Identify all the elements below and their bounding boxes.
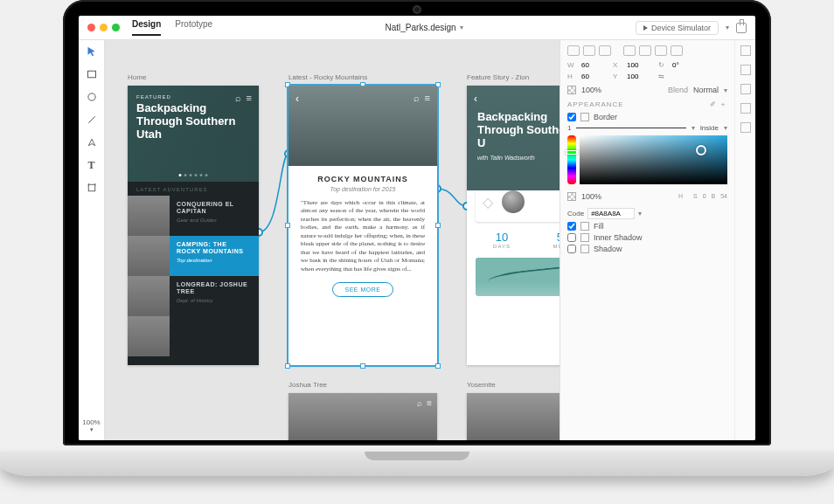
share-icon[interactable] <box>736 23 747 33</box>
menu-icon: ≡ <box>427 398 432 408</box>
text-tool[interactable]: T <box>86 159 98 171</box>
hero-section: ⌕ ≡ FEATURED Backpacking Through Souther… <box>128 86 259 182</box>
artboard-joshua[interactable]: Joshua Tree ⌕≡ <box>288 393 437 440</box>
align-right-icon[interactable] <box>599 45 611 56</box>
border-checkbox[interactable] <box>567 113 576 121</box>
shadow-checkbox[interactable] <box>567 245 576 253</box>
tab-design[interactable]: Design <box>132 19 161 36</box>
artboard-yosemite[interactable]: Yosemite ⌕≡ <box>467 393 559 440</box>
select-tool[interactable] <box>86 45 98 58</box>
window-controls <box>87 24 120 31</box>
chevron-down-icon[interactable]: ▾ <box>724 124 727 132</box>
saturation-value-plane[interactable] <box>580 135 727 184</box>
avatar <box>500 189 526 215</box>
appearance-header: APPEARANCE <box>567 100 624 108</box>
maximize-window-button[interactable] <box>112 24 120 31</box>
artboard-feature[interactable]: Feature Story - Zion ‹ ⌕ ≡ Backpacking T… <box>467 86 559 365</box>
inner-shadow-checkbox[interactable] <box>567 233 576 242</box>
color-picker[interactable] <box>567 135 727 184</box>
align-bottom-icon[interactable] <box>655 45 667 56</box>
align-left-icon[interactable] <box>567 45 580 56</box>
rectangle-tool[interactable] <box>86 68 98 80</box>
color-code-input[interactable] <box>587 208 635 219</box>
tab-prototype[interactable]: Prototype <box>175 19 212 36</box>
chevron-down-icon[interactable]: ▾ <box>692 124 695 132</box>
zoom-indicator[interactable]: 100% ▾ <box>82 418 100 433</box>
stat-value: 54 <box>537 231 559 244</box>
feature-hero: ‹ ⌕ ≡ Backpacking Through Southern U wit… <box>467 86 559 190</box>
width-input[interactable] <box>581 61 608 69</box>
x-input[interactable] <box>627 61 653 69</box>
y-input[interactable] <box>627 72 653 80</box>
opacity-value[interactable]: 100% <box>581 86 601 94</box>
chevron-down-icon[interactable]: ▾ <box>726 24 729 31</box>
height-input[interactable] <box>581 72 608 80</box>
stroke-width-input[interactable]: 1 <box>567 124 571 132</box>
chevron-down-icon: ▾ <box>82 426 100 433</box>
panel-icon[interactable] <box>740 65 751 75</box>
flip-icon[interactable]: ⇋ <box>658 72 667 80</box>
document-title[interactable]: Natl_Parks.design ▾ <box>385 23 462 32</box>
minimize-window-button[interactable] <box>100 24 108 31</box>
resize-handle[interactable] <box>285 223 290 228</box>
rotate-input[interactable] <box>672 61 698 69</box>
list-item[interactable] <box>128 316 259 356</box>
alpha-value[interactable]: 100% <box>581 192 601 201</box>
align-middle-icon[interactable] <box>639 45 651 56</box>
border-swatch[interactable] <box>580 113 589 121</box>
s-value[interactable]: 0 <box>703 193 706 199</box>
ellipse-tool[interactable] <box>86 91 98 103</box>
add-icon[interactable]: ＋ <box>719 100 727 108</box>
panel-icon[interactable] <box>740 84 751 94</box>
item-title: CONQUERING EL CAPITAN <box>177 201 252 216</box>
list-item[interactable]: CONQUERING EL CAPITANGear and Guides <box>128 196 259 236</box>
close-window-button[interactable] <box>87 24 95 31</box>
item-sub: Top destination <box>177 258 252 263</box>
menu-icon: ≡ <box>425 93 430 103</box>
featured-tag: FEATURED <box>136 94 250 100</box>
align-center-icon[interactable] <box>583 45 595 56</box>
align-top-icon[interactable] <box>623 45 636 56</box>
document-name-label: Natl_Parks.design <box>385 23 455 32</box>
resize-handle[interactable] <box>360 363 365 369</box>
device-simulator-button[interactable]: Device Simulator <box>636 21 719 35</box>
app-window: Design Prototype Natl_Parks.design ▾ Dev… <box>79 16 755 440</box>
fill-checkbox[interactable] <box>567 222 576 231</box>
resize-handle[interactable] <box>435 223 441 228</box>
resize-handle[interactable] <box>435 363 441 369</box>
artboard-tool[interactable] <box>86 182 98 194</box>
fill-swatch[interactable] <box>580 222 589 231</box>
panel-icon[interactable] <box>740 45 751 56</box>
list-header: LATEST ADVENTURES <box>128 182 259 196</box>
author-line: with Talin Wadsworth <box>477 155 559 161</box>
eyedropper-icon[interactable]: ✐ <box>710 100 717 108</box>
blend-mode-select[interactable]: Normal <box>693 86 719 94</box>
properties-panel: W X ↻ H Y ⇋ <box>559 40 734 440</box>
zoom-value: 100% <box>82 418 100 426</box>
artboard-article[interactable]: Latest - Rocky Mountains ‹ ⌕ <box>288 86 437 365</box>
thumbnail <box>128 316 170 356</box>
laptop-notch <box>365 452 469 460</box>
resize-handle[interactable] <box>285 363 290 369</box>
chevron-down-icon: ▾ <box>724 86 727 94</box>
distribute-icon[interactable] <box>671 45 683 56</box>
chevron-down-icon[interactable]: ▾ <box>638 210 642 217</box>
panel-icon[interactable] <box>740 122 751 133</box>
pen-tool[interactable] <box>86 136 98 148</box>
shadow-swatch[interactable] <box>580 245 589 253</box>
opacity-swatch <box>567 86 576 94</box>
hue-slider[interactable] <box>567 135 576 184</box>
b-value[interactable]: 54 <box>720 193 727 199</box>
stroke-position[interactable]: Inside <box>700 124 719 132</box>
line-tool[interactable] <box>86 114 98 126</box>
panel-icon[interactable] <box>740 103 751 114</box>
y-label: Y <box>613 72 622 80</box>
list-item[interactable]: LONGREAD: JOSHUE TREEDept. of History <box>128 276 259 316</box>
see-more-button[interactable]: SEE MORE <box>332 282 394 297</box>
artboard-home[interactable]: Home ⌕ ≡ FEATURED Backpacking Through So… <box>128 86 259 365</box>
canvas[interactable]: Home ⌕ ≡ FEATURED Backpacking Through So… <box>105 40 559 440</box>
inner-shadow-label: Inner Shadow <box>594 233 643 242</box>
inner-shadow-swatch[interactable] <box>580 233 589 242</box>
list-item-selected[interactable]: CAMPING: THE ROCKY MOUNTAINSTop destinat… <box>128 236 259 276</box>
screen-bezel: Design Prototype Natl_Parks.design ▾ Dev… <box>63 0 771 445</box>
